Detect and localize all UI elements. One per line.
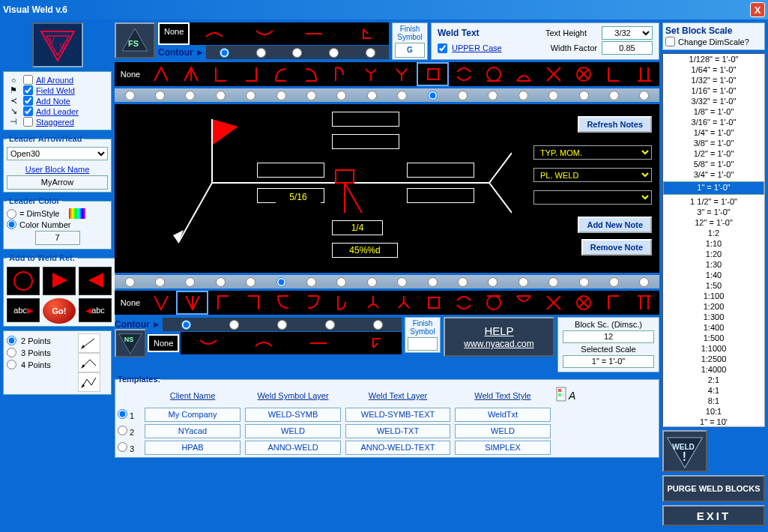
dot-dot-strip-mid-11[interactable]: [458, 277, 468, 287]
tpl-cell[interactable]: ANNO-WELD-TEXT: [345, 441, 450, 455]
contour-bshape-4[interactable]: [346, 332, 402, 354]
weld-run-button[interactable]: WELD!: [662, 430, 707, 472]
dot-dot-strip-mid-5[interactable]: [276, 277, 286, 287]
dot-dot-strip-mid-8[interactable]: [367, 277, 377, 287]
sym-top-7[interactable]: [327, 62, 357, 86]
purge-button[interactable]: PURGE WELD BLOCKS: [662, 475, 765, 502]
scale-item[interactable]: 2:1: [663, 375, 764, 385]
dot-dot-strip-mid-1[interactable]: [155, 277, 165, 287]
contour-bot-r2[interactable]: [277, 320, 287, 330]
scale-item[interactable]: 1:500: [663, 333, 764, 343]
note-select-1[interactable]: TYP. MOM.: [533, 145, 652, 160]
points-2-radio[interactable]: [7, 336, 16, 345]
sym-bot-11[interactable]: [449, 291, 479, 315]
scale-list[interactable]: 1/128" = 1'-0"1/64" = 1'-0"1/32" = 1'-0"…: [662, 53, 765, 427]
sym-top-4[interactable]: [236, 62, 266, 86]
scale-item[interactable]: 1/64" = 1'-0": [663, 64, 764, 75]
tpl-cell[interactable]: My Company: [145, 408, 241, 422]
contour-bshape-3[interactable]: [291, 332, 347, 354]
sym-bot-16[interactable]: [599, 291, 629, 315]
remove-note-button[interactable]: Remove Note: [581, 239, 652, 256]
scale-item[interactable]: 4:1: [663, 385, 764, 396]
scale-item[interactable]: 1:30: [663, 259, 764, 270]
canvas-val-45[interactable]: 45%%d: [332, 243, 398, 258]
scale-item[interactable]: 1 1/2" = 1'-0": [663, 196, 764, 207]
scale-item[interactable]: 1/32" = 1'-0": [663, 75, 764, 85]
refresh-notes-button[interactable]: Refresh Notes: [578, 116, 652, 133]
sym-bot-12[interactable]: [479, 291, 509, 315]
add-note-check[interactable]: [23, 96, 33, 106]
sym-top-2[interactable]: [176, 62, 206, 86]
note-select-3[interactable]: [533, 190, 652, 205]
sym-bot-13[interactable]: [510, 291, 539, 315]
exit-button[interactable]: EXIT: [662, 505, 765, 526]
dot-dot-strip-top-7[interactable]: [336, 91, 346, 100]
dot-dot-strip-mid-3[interactable]: [216, 277, 226, 287]
dot-dot-strip-top-3[interactable]: [216, 91, 226, 100]
scale-item[interactable]: 8:1: [663, 396, 764, 406]
sym-top-9[interactable]: [387, 62, 417, 86]
ref-flag-left[interactable]: [43, 267, 76, 295]
scale-item[interactable]: 5/8" = 1'-0": [663, 159, 764, 169]
sym-top-none[interactable]: None: [115, 62, 146, 86]
tpl-cell[interactable]: WELD: [455, 424, 551, 438]
scale-item[interactable]: 3/16" = 1'-0": [663, 117, 764, 127]
scale-item[interactable]: 1:300: [663, 312, 764, 322]
dot-dot-strip-top-5[interactable]: [276, 91, 286, 100]
ns-button[interactable]: NS: [115, 329, 146, 357]
staggered-check[interactable]: [23, 117, 33, 127]
dot-dot-strip-top-8[interactable]: [367, 91, 377, 100]
sym-bot-9[interactable]: [389, 291, 419, 315]
dimstyle-radio[interactable]: [7, 209, 16, 219]
dot-dot-strip-top-14[interactable]: [548, 91, 558, 100]
scale-item[interactable]: 1:2: [663, 228, 764, 238]
contour-bshape-2[interactable]: [236, 332, 291, 354]
block-scale-value[interactable]: 12: [563, 330, 654, 343]
scale-item[interactable]: 1:2500: [663, 354, 764, 364]
tpl-style-icon[interactable]: A: [555, 386, 600, 405]
contour-top-r0[interactable]: [220, 48, 229, 58]
canvas-field-4[interactable]: [407, 163, 474, 178]
scale-item[interactable]: 3" = 1'-0": [663, 207, 764, 217]
colornum-radio[interactable]: [7, 220, 16, 229]
close-button[interactable]: X: [750, 2, 765, 17]
canvas-field-6[interactable]: [407, 188, 474, 203]
add-leader-check[interactable]: [23, 106, 33, 116]
sym-bot-4[interactable]: [238, 291, 268, 315]
contour-bot-none[interactable]: None: [148, 334, 179, 352]
leader-arrowhead-select[interactable]: Open30: [7, 147, 108, 160]
scale-item[interactable]: 1:50: [663, 280, 764, 291]
dot-dot-strip-top-10[interactable]: [428, 91, 438, 100]
sym-top-5[interactable]: [267, 62, 297, 86]
contour-top-none[interactable]: None: [158, 22, 190, 45]
sym-bot-none[interactable]: None: [115, 291, 146, 315]
fs-button[interactable]: FS: [115, 22, 155, 58]
sym-top-6[interactable]: [297, 62, 327, 86]
scale-item[interactable]: 1/2" = 1'-0": [663, 148, 764, 159]
tpl-radio-1[interactable]: [118, 409, 127, 419]
dot-dot-strip-mid-6[interactable]: [306, 277, 316, 287]
dot-dot-strip-top-1[interactable]: [155, 91, 165, 100]
scale-item[interactable]: 1:100: [663, 291, 764, 301]
ref-flag-right[interactable]: [79, 267, 112, 295]
selected-scale-value[interactable]: 1" = 1'-0": [563, 355, 654, 368]
scale-item[interactable]: 3/8" = 1'-0": [663, 138, 764, 148]
sym-top-15[interactable]: [569, 62, 599, 86]
finish-top-value[interactable]: G: [395, 43, 425, 58]
dot-dot-strip-mid-9[interactable]: [397, 277, 407, 287]
dot-dot-strip-top-9[interactable]: [397, 91, 407, 100]
contour-bshape-1[interactable]: [181, 332, 236, 354]
points-3-radio[interactable]: [7, 348, 16, 357]
contour-top-r4[interactable]: [366, 48, 375, 58]
color-value[interactable]: 7: [35, 231, 80, 245]
contour-top-r2[interactable]: [292, 48, 302, 58]
upper-case-check[interactable]: [438, 43, 447, 53]
finish-bot-value[interactable]: [408, 337, 438, 351]
sym-top-16[interactable]: [599, 62, 629, 86]
dot-dot-strip-mid-15[interactable]: [579, 277, 589, 287]
ref-circle[interactable]: [7, 267, 40, 295]
dot-dot-strip-top-2[interactable]: [185, 91, 195, 100]
dot-dot-strip-top-6[interactable]: [306, 91, 316, 100]
contour-top-r3[interactable]: [329, 48, 339, 58]
sym-bot-3[interactable]: [208, 291, 238, 315]
